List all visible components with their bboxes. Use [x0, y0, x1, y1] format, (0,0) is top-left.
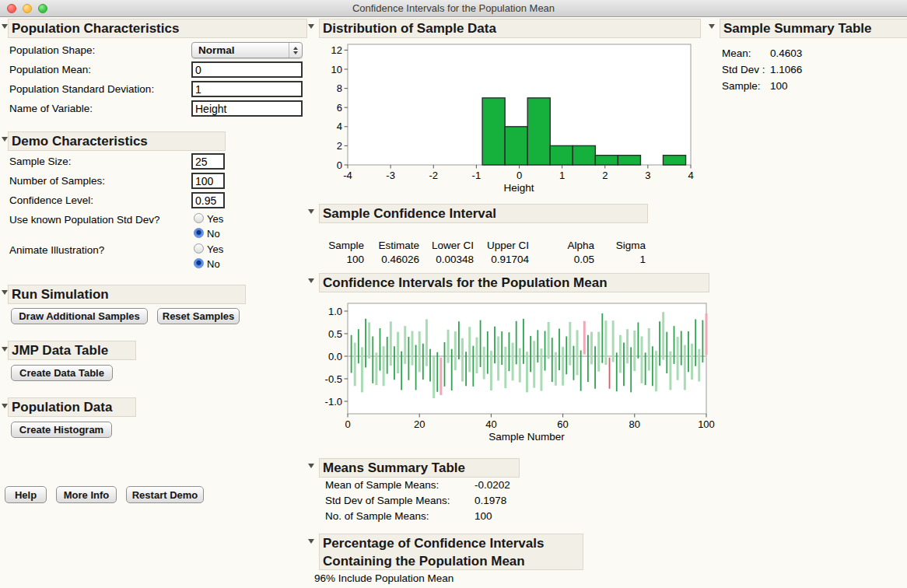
section-header-percentage[interactable]: Percentage of Confidence Intervals Conta… — [319, 534, 583, 570]
disclosure-triangle-sample-summary[interactable] — [709, 24, 715, 29]
sci-value: 100 — [319, 254, 364, 265]
percentage-title-line2: Containing the Population Mean — [323, 552, 583, 570]
animate-yes-label: Yes — [207, 243, 223, 255]
x-axis-label: Sample Number — [489, 431, 565, 443]
sci-col-header: Upper CI — [474, 240, 529, 251]
x-tick-label: 20 — [414, 418, 425, 430]
known-std-dev-yes-radio[interactable] — [194, 213, 204, 223]
disclosure-triangle-sample-ci[interactable] — [308, 209, 314, 214]
no-of-sample-means-value: 100 — [475, 510, 492, 522]
sample-summary-sd-label: Std Dev : — [722, 64, 765, 75]
y-tick-label: 1.0 — [328, 306, 342, 317]
y-tick-label: 10 — [331, 64, 342, 75]
y-tick-label: 0.5 — [328, 328, 342, 340]
percentage-title-line1: Percentage of Confidence Intervals — [323, 534, 583, 552]
y-tick-label: 0.0 — [328, 351, 342, 362]
population-shape-dropdown[interactable]: Normal — [191, 42, 303, 58]
title-bar: Confidence Intervals for the Population … — [0, 0, 907, 17]
section-header-population-data[interactable]: Population Data — [8, 397, 136, 417]
sample-ci-value-row: 100 0.46026 0.00348 0.91704 0.05 1 — [319, 254, 646, 265]
confidence-intervals-chart: 0204060801001.00.50.0-0.5-1.0Sample Numb… — [311, 296, 716, 451]
section-header-sample-ci[interactable]: Sample Confidence Interval — [319, 204, 648, 223]
sci-value: 1 — [594, 254, 646, 265]
sd-of-sample-means-value: 0.1978 — [475, 495, 506, 506]
disclosure-triangle-demo-characteristics[interactable] — [2, 137, 8, 142]
disclosure-triangle-run-simulation[interactable] — [2, 290, 8, 295]
x-tick-label: -3 — [386, 170, 395, 181]
disclosure-triangle-percentage[interactable] — [308, 539, 314, 544]
known-std-dev-no-label: No — [207, 228, 220, 240]
sd-of-sample-means-label: Std Dev of Sample Means: — [325, 495, 450, 506]
sci-value: 0.05 — [529, 254, 594, 265]
sample-summary-sd-value: 1.1066 — [770, 64, 802, 75]
sci-col-header: Sample — [319, 240, 364, 251]
known-std-dev-no-radio[interactable] — [194, 228, 204, 238]
disclosure-triangle-population-characteristics[interactable] — [2, 24, 8, 29]
x-tick-label: 4 — [688, 170, 693, 181]
sci-col-header: Lower CI — [419, 240, 474, 251]
section-header-run-simulation[interactable]: Run Simulation — [8, 285, 246, 304]
variable-name-label: Name of Variable: — [9, 103, 93, 114]
population-mean-label: Population Mean: — [9, 64, 91, 75]
animate-no-radio[interactable] — [194, 258, 204, 268]
section-header-demo-characteristics[interactable]: Demo Characteristics — [8, 131, 226, 151]
x-tick-label: 40 — [485, 418, 496, 430]
section-header-sample-summary[interactable]: Sample Summary Table — [720, 19, 907, 38]
sample-data-histogram: -4-3-2-101234024681012Height — [311, 39, 716, 198]
animate-yes-radio[interactable] — [194, 243, 204, 254]
histogram-bar — [618, 156, 640, 165]
y-tick-label: -1.0 — [325, 396, 342, 408]
sample-summary-mean-value: 0.4603 — [770, 47, 802, 59]
sample-summary-n-label: Sample: — [722, 80, 761, 92]
x-tick-label: 1 — [559, 170, 565, 181]
section-header-distribution[interactable]: Distribution of Sample Data — [319, 19, 701, 38]
more-info-button[interactable]: More Info — [56, 486, 117, 503]
histogram-bar — [482, 98, 505, 165]
histogram-bar — [505, 127, 527, 165]
y-tick-label: 4 — [337, 121, 342, 132]
population-sd-input[interactable] — [191, 81, 303, 97]
number-of-samples-input[interactable] — [191, 173, 225, 189]
x-tick-label: 0 — [345, 418, 350, 430]
restart-demo-button[interactable]: Restart Demo — [126, 486, 204, 503]
disclosure-triangle-jmp-data-table[interactable] — [2, 347, 8, 352]
confidence-level-label: Confidence Level: — [9, 194, 93, 206]
disclosure-triangle-means-summary[interactable] — [308, 464, 314, 468]
help-button[interactable]: Help — [5, 486, 47, 503]
confidence-level-input[interactable] — [191, 192, 225, 208]
x-tick-label: -4 — [343, 170, 352, 181]
draw-additional-samples-button[interactable]: Draw Additional Samples — [11, 308, 148, 324]
population-shape-label: Population Shape: — [9, 44, 95, 56]
histogram-bar — [573, 145, 595, 165]
animate-illustration-label: Animate Illustration? — [9, 244, 104, 256]
x-tick-label: 80 — [629, 418, 640, 430]
section-header-population-characteristics[interactable]: Population Characteristics — [8, 19, 307, 38]
section-header-ci-chart[interactable]: Confidence Intervals for the Population … — [319, 273, 709, 292]
sci-col-header: Alpha — [529, 240, 594, 251]
disclosure-triangle-population-data[interactable] — [2, 404, 8, 408]
variable-name-input[interactable] — [191, 100, 303, 117]
no-of-sample-means-label: No. of Sample Means: — [325, 510, 429, 522]
disclosure-triangle-ci-chart[interactable] — [308, 278, 314, 283]
sci-value: 0.91704 — [474, 254, 529, 265]
sample-summary-n-value: 100 — [770, 80, 788, 92]
disclosure-triangle-distribution[interactable] — [308, 24, 314, 29]
population-mean-input[interactable] — [191, 61, 303, 78]
population-shape-value: Normal — [192, 44, 289, 56]
x-tick-label: -1 — [472, 170, 482, 181]
histogram-bar — [663, 156, 685, 165]
x-axis-label: Height — [503, 182, 534, 194]
sci-col-header: Estimate — [364, 240, 419, 251]
mean-of-sample-means-value: -0.0202 — [475, 479, 510, 491]
sample-size-input[interactable] — [191, 153, 225, 170]
create-histogram-button[interactable]: Create Histogram — [11, 422, 112, 438]
create-data-table-button[interactable]: Create Data Table — [11, 365, 113, 381]
dropdown-stepper-icon — [289, 43, 302, 58]
reset-samples-button[interactable]: Reset Samples — [157, 308, 240, 324]
y-tick-label: 2 — [337, 140, 342, 152]
x-tick-label: 60 — [557, 418, 568, 430]
section-header-means-summary[interactable]: Means Summary Table — [319, 458, 520, 478]
x-tick-label: 100 — [698, 418, 715, 430]
section-header-jmp-data-table[interactable]: JMP Data Table — [8, 341, 136, 360]
known-std-dev-yes-label: Yes — [207, 213, 223, 225]
